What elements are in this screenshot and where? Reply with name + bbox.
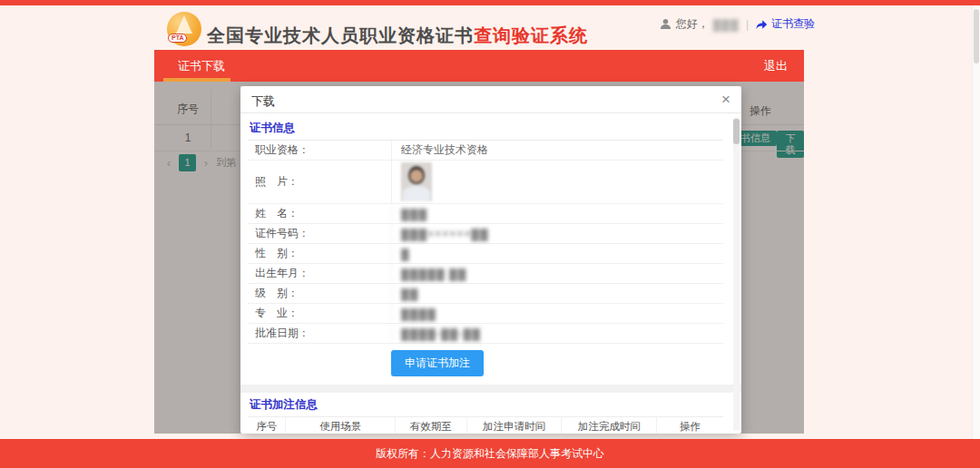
- apply-row: 申请证书加注: [248, 344, 723, 383]
- logout-link[interactable]: 退出: [764, 50, 788, 82]
- field-row-qualification: 职业资格： 经济专业技术资格: [248, 141, 723, 161]
- greeting-text: 您好，: [676, 16, 709, 32]
- page-title-red: 查询验证系统: [474, 25, 588, 45]
- field-row-photo: 照 片：: [248, 161, 723, 204]
- pta-logo-text: PTA: [168, 34, 187, 43]
- pta-logo: PTA: [167, 12, 201, 46]
- share-arrow-icon: [755, 19, 768, 30]
- field-label: 证件号码：: [248, 224, 391, 243]
- col-action: 操作: [657, 417, 723, 434]
- modal-title: 下载: [251, 93, 275, 110]
- username-masked: ▓▓▓: [713, 18, 740, 31]
- field-label: 职业资格：: [248, 141, 391, 160]
- page-title-dark: 全国专业技术人员职业资格证书: [207, 25, 474, 45]
- download-modal: 下载 × 证书信息 职业资格： 经济专业技术资格 照 片： 姓 名：: [240, 86, 741, 434]
- field-row-major: 专 业： ▓▓▓▓: [248, 304, 723, 324]
- portrait-face: [410, 170, 423, 182]
- apply-annotation-button[interactable]: 申请证书加注: [391, 350, 484, 376]
- field-label: 性 别：: [248, 244, 391, 263]
- col-complete-time: 加注完成时间: [562, 417, 657, 434]
- field-value: [391, 161, 723, 203]
- field-label: 照 片：: [248, 172, 391, 191]
- col-scene: 使用场景: [286, 417, 396, 434]
- field-row-name: 姓 名： ▓▓▓: [248, 204, 723, 224]
- field-value-masked: ▓▓▓: [391, 204, 723, 223]
- field-value-masked: ▓▓▓××××××▓▓: [391, 224, 723, 243]
- field-value: 经济专业技术资格: [391, 141, 723, 160]
- section-divider: [240, 385, 741, 393]
- nav-item-cert-download[interactable]: 证书下载: [178, 50, 225, 82]
- copyright-text: 版权所有：人力资源和社会保障部人事考试中心: [376, 447, 604, 460]
- pta-logo-petal: [176, 15, 192, 34]
- field-label: 级 别：: [248, 284, 391, 303]
- modal-body: 证书信息 职业资格： 经济专业技术资格 照 片： 姓 名： ▓▓▓: [240, 114, 741, 434]
- portrait-shirt: [403, 186, 430, 201]
- cert-verify-link[interactable]: 证书查验: [755, 16, 815, 32]
- user-area: 您好， ▓▓▓ | 证书查验: [660, 16, 815, 32]
- modal-scrollbar-thumb[interactable]: [733, 119, 740, 144]
- cert-info-fields: 职业资格： 经济专业技术资格 照 片： 姓 名： ▓▓▓ 证件号码：: [248, 140, 723, 344]
- field-label: 专 业：: [248, 304, 391, 323]
- page-title: 全国专业技术人员职业资格证书查询验证系统: [207, 24, 588, 48]
- annotation-table: 序号 使用场景 有效期至 加注申请时间 加注完成时间 操作 1 本人通用 202…: [248, 416, 723, 434]
- field-label: 姓 名：: [248, 204, 391, 223]
- modal-header: 下载 ×: [240, 86, 741, 113]
- cert-verify-label: 证书查验: [771, 16, 815, 32]
- main-navbar: 证书下载 退出: [154, 50, 804, 82]
- field-row-approve-date: 批准日期： ▓▓▓▓-▓▓-▓▓: [248, 324, 723, 344]
- user-icon: [660, 18, 671, 30]
- field-label: 出生年月：: [248, 264, 391, 283]
- site-header: PTA 全国专业技术人员职业资格证书查询验证系统 您好， ▓▓▓ | 证书查验: [0, 5, 980, 50]
- field-value-masked: ▓▓▓▓-▓▓-▓▓: [391, 324, 723, 343]
- portrait-photo: [401, 162, 432, 201]
- annotation-section-title: 证书加注信息: [248, 395, 723, 416]
- browser-scrollbar[interactable]: [972, 5, 980, 439]
- col-seq: 序号: [248, 417, 286, 434]
- field-value-masked: ▓▓▓▓: [391, 304, 723, 323]
- field-value-masked: ▓▓: [391, 284, 723, 303]
- field-value-masked: ▓: [391, 244, 723, 263]
- field-label: 批准日期：: [248, 324, 391, 343]
- modal-scrollbar[interactable]: [733, 117, 740, 431]
- field-value-masked: ▓▓▓▓▓ ▓▓: [391, 264, 723, 283]
- cert-info-section-title: 证书信息: [248, 118, 723, 140]
- field-row-gender: 性 别： ▓: [248, 244, 723, 264]
- col-apply-time: 加注申请时间: [466, 417, 562, 434]
- close-icon[interactable]: ×: [721, 91, 730, 109]
- field-row-birth: 出生年月： ▓▓▓▓▓ ▓▓: [248, 264, 723, 284]
- col-valid-until: 有效期至: [395, 417, 466, 434]
- field-row-level: 级 别： ▓▓: [248, 284, 723, 304]
- page-footer: 版权所有：人力资源和社会保障部人事考试中心: [0, 439, 980, 468]
- field-row-id-number: 证件号码： ▓▓▓××××××▓▓: [248, 224, 723, 244]
- annotation-table-header: 序号 使用场景 有效期至 加注申请时间 加注完成时间 操作: [248, 417, 723, 434]
- header-separator: |: [746, 18, 749, 31]
